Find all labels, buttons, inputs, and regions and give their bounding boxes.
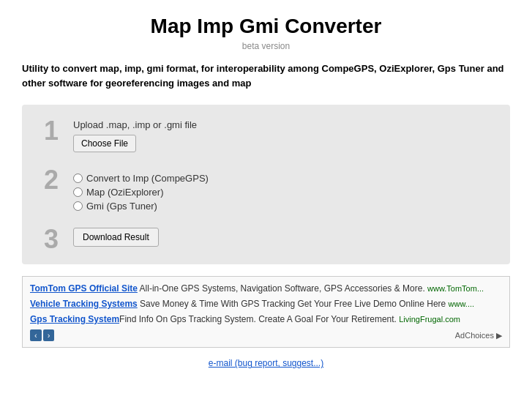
ad-next-button[interactable]: ›: [43, 329, 55, 341]
ad-prev-button[interactable]: ‹: [30, 329, 42, 341]
step-1-row: 1 Upload .map, .imp or .gmi file Choose …: [29, 116, 495, 152]
step-3-number: 3: [29, 225, 73, 253]
step-2-number: 2: [29, 165, 73, 193]
radio-item-map: Map (OziExplorer): [73, 187, 495, 198]
footer-email-link[interactable]: e-mail (bug report, suggest...): [22, 358, 510, 368]
download-result-button[interactable]: Download Result: [73, 228, 159, 247]
ad-link-1[interactable]: TomTom GPS Official Site: [30, 283, 138, 294]
radio-imp[interactable]: [73, 174, 83, 183]
step-3-row: 3 Download Result: [29, 225, 495, 253]
beta-label: beta version: [22, 41, 510, 51]
ad-choices-label: AdChoices ▶: [455, 331, 502, 340]
page-title: Map Imp Gmi Converter: [22, 15, 510, 38]
ad-url-2: www....: [449, 299, 474, 308]
description: Utility to convert map, imp, gmi format,…: [22, 61, 510, 90]
ad-desc-2: Save Money & Time With GPS Tracking Get …: [138, 299, 446, 309]
radio-map[interactable]: [73, 187, 83, 197]
ad-link-3[interactable]: Gps Tracking System: [30, 314, 119, 324]
ad-desc-3: Find Info On Gps Tracking System. Create…: [119, 314, 397, 324]
ads-section: TomTom GPS Official Site All-in-One GPS …: [22, 276, 510, 348]
convert-radio-group: Convert to Imp (CompeGPS) Map (OziExplor…: [73, 168, 495, 212]
radio-imp-label: Convert to Imp (CompeGPS): [86, 173, 209, 184]
ad-url-1: www.TomTom...: [427, 284, 484, 293]
step-3-content: Download Result: [73, 225, 495, 247]
ad-nav: ‹ ›: [30, 329, 54, 341]
step-1-content: Upload .map, .imp or .gmi file Choose Fi…: [73, 116, 495, 152]
radio-gmi[interactable]: [73, 201, 83, 211]
ad-desc-1: All-in-One GPS Systems, Navigation Softw…: [138, 283, 425, 294]
step-1-number: 1: [29, 116, 73, 144]
steps-container: 1 Upload .map, .imp or .gmi file Choose …: [22, 105, 510, 264]
ad-row-3: Gps Tracking SystemFind Info On Gps Trac…: [30, 313, 502, 326]
step-1-label: Upload .map, .imp or .gmi file: [73, 119, 495, 130]
radio-item-gmi: Gmi (Gps Tuner): [73, 201, 495, 212]
step-2-content: Convert to Imp (CompeGPS) Map (OziExplor…: [73, 165, 495, 212]
step-2-row: 2 Convert to Imp (CompeGPS) Map (OziExpl…: [29, 165, 495, 212]
ad-row-1: TomTom GPS Official Site All-in-One GPS …: [30, 283, 502, 295]
radio-map-label: Map (OziExplorer): [86, 187, 163, 198]
ad-row-2: Vehicle Tracking Systems Save Money & Ti…: [30, 298, 502, 310]
ad-footer: ‹ › AdChoices ▶: [30, 329, 502, 341]
radio-item-imp: Convert to Imp (CompeGPS): [73, 173, 495, 184]
ad-url-3: LivingFrugal.com: [399, 315, 460, 324]
ad-link-2[interactable]: Vehicle Tracking Systems: [30, 299, 138, 309]
choose-file-button[interactable]: Choose File: [73, 135, 136, 152]
radio-gmi-label: Gmi (Gps Tuner): [86, 201, 157, 212]
